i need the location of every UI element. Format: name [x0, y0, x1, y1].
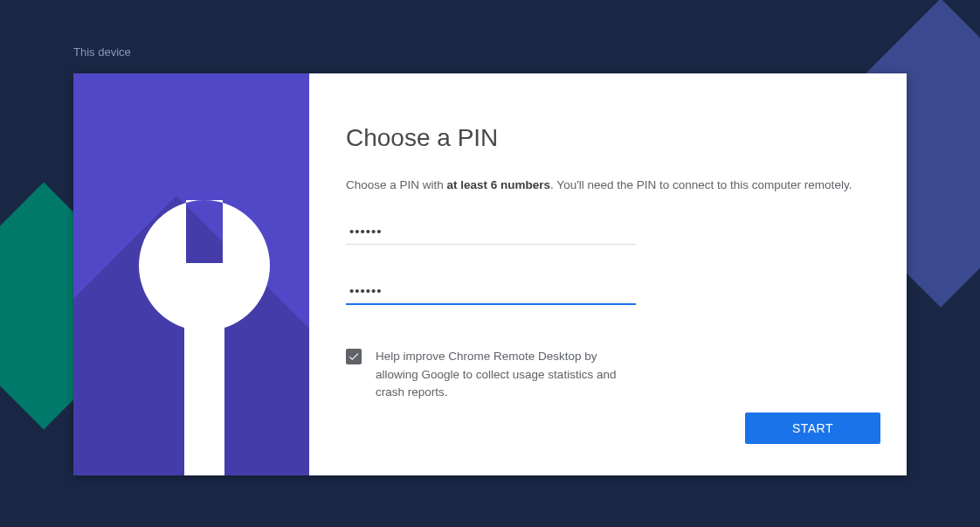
dialog-content: Choose a PIN Choose a PIN with at least …: [309, 73, 907, 475]
pin-setup-dialog: Choose a PIN Choose a PIN with at least …: [73, 73, 907, 475]
dialog-illustration-panel: [73, 73, 309, 475]
usage-stats-checkbox[interactable]: [346, 349, 362, 364]
usage-stats-label: Help improve Chrome Remote Desktop by al…: [376, 348, 638, 401]
pin-confirm-input[interactable]: [346, 278, 636, 305]
usage-stats-row: Help improve Chrome Remote Desktop by al…: [346, 348, 765, 401]
dialog-title: Choose a PIN: [346, 124, 870, 152]
wrench-icon: [139, 200, 270, 475]
instruction-bold: at least 6 numbers: [447, 178, 551, 191]
instruction-text: Choose a PIN with: [346, 178, 447, 191]
pin-input[interactable]: [346, 218, 636, 245]
start-button[interactable]: START: [745, 413, 880, 444]
section-label: This device: [73, 45, 131, 59]
checkmark-icon: [348, 350, 360, 363]
instruction-text: . You'll need the PIN to connect to this…: [550, 178, 852, 191]
dialog-instruction: Choose a PIN with at least 6 numbers. Yo…: [346, 177, 870, 194]
